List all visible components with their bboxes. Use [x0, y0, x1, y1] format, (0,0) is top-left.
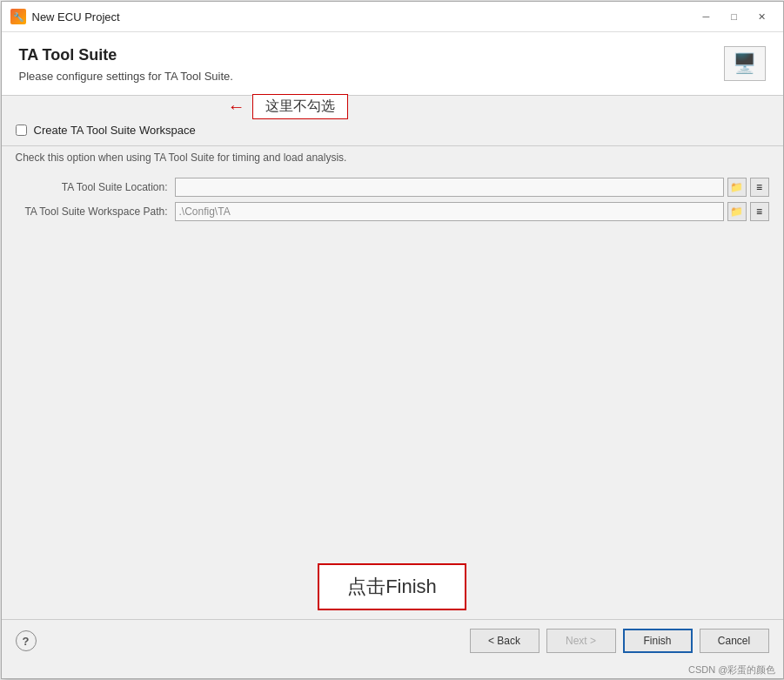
location-label: TA Tool Suite Location: — [16, 181, 168, 193]
app-icon: 🔧 — [10, 9, 26, 24]
help-button[interactable]: ? — [16, 630, 37, 651]
header-icon-glyph: 🖥️ — [733, 52, 756, 75]
workspace-path-row: TA Tool Suite Workspace Path: 📁 ≡ — [16, 202, 769, 221]
workspace-var-button[interactable]: ≡ — [750, 202, 769, 221]
location-input[interactable] — [175, 178, 724, 197]
window-title: New ECU Project — [32, 10, 120, 24]
annotation-arrow: ← — [228, 97, 245, 117]
workspace-input-wrapper: 📁 ≡ — [175, 202, 769, 221]
close-button[interactable]: ✕ — [750, 7, 774, 26]
title-bar-left: 🔧 New ECU Project — [10, 9, 120, 24]
title-bar: 🔧 New ECU Project ─ □ ✕ — [2, 2, 783, 32]
main-content: ← 这里不勾选 Create TA Tool Suite Workspace C… — [2, 96, 783, 619]
finish-annotation-container: 点击Finish — [2, 563, 783, 610]
workspace-path-input[interactable] — [175, 202, 724, 221]
finish-annotation-box: 点击Finish — [318, 563, 466, 610]
page-title: TA Tool Suite — [19, 46, 233, 64]
back-button[interactable]: < Back — [470, 629, 539, 653]
cancel-button[interactable]: Cancel — [700, 629, 769, 653]
location-browse-button[interactable]: 📁 — [727, 178, 747, 197]
location-input-wrapper: 📁 ≡ — [175, 178, 769, 197]
bottom-left: ? — [16, 630, 37, 651]
header-text: TA Tool Suite Please configure settings … — [19, 46, 233, 83]
maximize-button[interactable]: □ — [722, 7, 747, 26]
minimize-button[interactable]: ─ — [694, 7, 719, 26]
create-workspace-checkbox[interactable] — [16, 125, 27, 136]
form-rows: TA Tool Suite Location: 📁 ≡ TA Tool Suit… — [2, 171, 783, 228]
finish-annotation-text: 点击Finish — [347, 576, 437, 597]
header-icon: 🖥️ — [724, 46, 766, 81]
description-text: Check this option when using TA Tool Sui… — [2, 146, 783, 171]
bottom-bar: ? < Back Next > Finish Cancel — [2, 619, 783, 662]
header-section: TA Tool Suite Please configure settings … — [2, 32, 783, 96]
location-row: TA Tool Suite Location: 📁 ≡ — [16, 178, 769, 197]
location-var-button[interactable]: ≡ — [750, 178, 769, 197]
workspace-browse-button[interactable]: 📁 — [727, 202, 747, 221]
title-buttons: ─ □ ✕ — [694, 7, 774, 26]
page-subtitle: Please configure settings for TA Tool Su… — [19, 70, 233, 83]
finish-button[interactable]: Finish — [623, 629, 693, 653]
main-window: 🔧 New ECU Project ─ □ ✕ TA Tool Suite Pl… — [1, 1, 784, 679]
create-workspace-label[interactable]: Create TA Tool Suite Workspace — [34, 124, 196, 137]
watermark: CSDN @彩蛋的颜色 — [2, 662, 783, 678]
workspace-path-label: TA Tool Suite Workspace Path: — [16, 205, 168, 218]
annotation-text: 这里不勾选 — [265, 98, 335, 113]
next-button[interactable]: Next > — [546, 629, 616, 653]
bottom-right: < Back Next > Finish Cancel — [470, 629, 769, 653]
content-area: TA Tool Suite Please configure settings … — [2, 32, 783, 678]
